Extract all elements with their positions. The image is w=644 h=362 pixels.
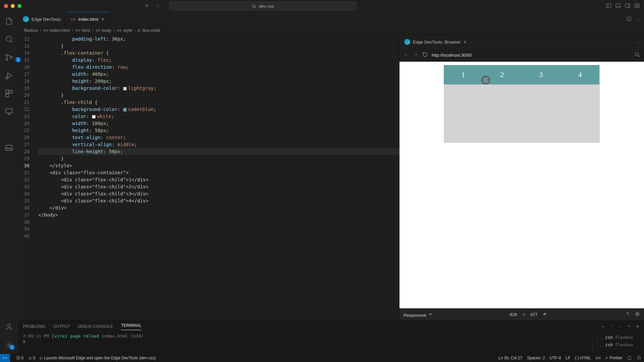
close-window[interactable]	[4, 4, 8, 8]
tab-label: Edge DevTools: Browser	[413, 40, 461, 45]
breadcrumb-item[interactable]: <>html	[75, 28, 90, 33]
address-bar[interactable]: http://localhost:3000/	[432, 53, 472, 58]
browser-back-icon[interactable]	[404, 52, 409, 58]
dimension-x-icon: ✕	[522, 312, 526, 317]
encoding[interactable]: UTF-8	[550, 356, 561, 360]
target-icon[interactable]	[635, 311, 640, 318]
terminal-entry[interactable]: 〉_zsh flexbox	[596, 334, 639, 341]
tab-edge-devtools-browser[interactable]: Edge DevTools: Browser✕	[399, 39, 472, 45]
command-center[interactable]: dev-css	[169, 2, 357, 10]
svg-rect-1	[606, 4, 611, 8]
svg-rect-13	[6, 109, 12, 113]
indentation[interactable]: Spaces: 2	[527, 356, 545, 360]
language-mode[interactable]: { } HTML	[575, 356, 591, 360]
viewport-height[interactable]: 477	[530, 312, 538, 317]
panel-tab-terminal[interactable]: TERMINAL	[121, 323, 142, 330]
source-control-icon[interactable]: 1	[5, 53, 13, 62]
browser-toolbar: http://localhost:3000/	[399, 49, 644, 62]
layout-bottom-icon[interactable]	[615, 3, 621, 10]
layout-left-icon[interactable]	[606, 3, 612, 10]
device-mode[interactable]: Responsive	[404, 311, 433, 318]
window-controls	[4, 4, 21, 8]
tab-edge-devtools[interactable]: Edge DevTools	[18, 12, 66, 26]
preview-viewport[interactable]: 1234	[399, 62, 644, 308]
close-panel-icon[interactable]: ✕	[636, 324, 639, 329]
new-terminal-icon[interactable]: ＋	[601, 324, 605, 329]
svg-point-19	[636, 312, 639, 316]
search-text: dev-css	[259, 4, 274, 9]
panel-tab-problems[interactable]: PROBLEMS	[23, 324, 45, 329]
html-file-icon: <>	[70, 17, 75, 22]
cursor-position[interactable]: Ln 30, Col 27	[498, 356, 522, 360]
terminal-list: 〉_zsh flexbox〉_zsh flexbox	[592, 334, 639, 353]
flex-child: 4	[560, 65, 599, 84]
browser-forward-icon[interactable]	[413, 52, 418, 58]
editor-group-left: Edge DevTools<>index.html✕ ··· flexbox›<…	[18, 12, 644, 354]
warnings-count[interactable]: ⚠ 0	[28, 356, 35, 360]
remote-explorer-icon[interactable]	[5, 107, 13, 116]
swap-dims-icon[interactable]	[542, 311, 547, 318]
more-icon[interactable]: ···	[619, 324, 622, 329]
debug-icon[interactable]	[5, 71, 13, 80]
code-content[interactable]: padding-left: 30px; } .flex-container { …	[36, 35, 399, 320]
svg-point-7	[6, 59, 8, 60]
feedback-icon[interactable]	[627, 356, 632, 361]
panel-tab-debug-console[interactable]: DEBUG CONSOLE	[78, 324, 113, 329]
edge-tools-icon[interactable]	[5, 125, 13, 134]
terminal-output[interactable]: 3:49:11 PM [vite] page reload index.html…	[23, 334, 592, 353]
explorer-icon[interactable]	[5, 17, 13, 25]
layout-right-icon[interactable]	[625, 3, 631, 10]
split-editor-icon[interactable]	[626, 16, 632, 22]
gear-icon[interactable]: 1	[5, 341, 13, 349]
close-tab-icon[interactable]: ✕	[101, 17, 105, 22]
viewport-width[interactable]: 628	[510, 312, 517, 317]
close-tab-icon[interactable]: ✕	[463, 40, 467, 45]
svg-rect-3	[625, 4, 630, 8]
search-icon	[252, 4, 256, 8]
launch-task[interactable]: ▷ Launch Microsoft Edge and open the Edg…	[40, 356, 156, 360]
nav-forward-icon[interactable]	[155, 3, 160, 9]
scm-badge: 1	[15, 57, 21, 62]
tab-label: index.html	[78, 17, 98, 22]
errors-count[interactable]: ⓧ 0	[16, 355, 23, 361]
remote-indicator[interactable]	[0, 354, 10, 362]
terminal-entry[interactable]: 〉_zsh flexbox	[596, 341, 639, 348]
image-icon[interactable]	[5, 143, 13, 152]
flex-child: 1	[444, 65, 483, 84]
svg-rect-2	[616, 4, 621, 8]
extensions-icon[interactable]	[5, 89, 13, 98]
eol[interactable]: LF	[566, 356, 571, 360]
tab-index-html[interactable]: <>index.html✕	[66, 12, 109, 26]
maximize-panel-icon[interactable]	[627, 324, 631, 329]
code-editor[interactable]: 1213141516171819202122232425262728293031…	[18, 35, 399, 320]
terminal-dropdown-icon[interactable]	[610, 324, 614, 329]
zoom-window[interactable]	[17, 4, 21, 8]
account-icon[interactable]	[5, 322, 13, 331]
flex-container-preview: 1234	[444, 65, 600, 143]
breadcrumb-item[interactable]: <>body	[95, 28, 111, 33]
wand-icon[interactable]	[625, 311, 630, 318]
more-actions-icon[interactable]: ···	[636, 17, 640, 22]
inspect-icon[interactable]	[635, 52, 640, 58]
edge-icon	[23, 16, 29, 22]
settings-badge: 1	[9, 345, 15, 350]
titlebar: dev-css	[0, 0, 644, 12]
breadcrumb-item[interactable]: <>style	[117, 28, 132, 33]
bell-icon[interactable]	[637, 356, 641, 361]
layout-grid-icon[interactable]	[634, 3, 640, 10]
line-gutter: 1213141516171819202122232425262728293031…	[18, 35, 36, 320]
breadcrumb-item[interactable]: flexbox	[24, 28, 38, 33]
minimize-window[interactable]	[11, 4, 15, 8]
breadcrumb[interactable]: flexbox›<>index.html›<>html›<>body›<>sty…	[18, 26, 644, 35]
svg-point-0	[253, 5, 255, 7]
search-sidebar-icon[interactable]	[5, 35, 13, 44]
breadcrumb-item[interactable]: <>index.html	[44, 28, 70, 33]
breadcrumb-item[interactable]: #.flex-child	[138, 28, 160, 33]
prettier-status[interactable]: ✓ Prettier	[605, 356, 623, 360]
nav-back-icon[interactable]	[145, 3, 150, 9]
radio-icon[interactable]	[596, 356, 600, 361]
svg-rect-11	[9, 90, 12, 93]
more-actions-icon[interactable]: ···	[636, 40, 640, 45]
panel-tab-output[interactable]: OUTPUT	[53, 324, 70, 329]
reload-icon[interactable]	[422, 52, 428, 58]
